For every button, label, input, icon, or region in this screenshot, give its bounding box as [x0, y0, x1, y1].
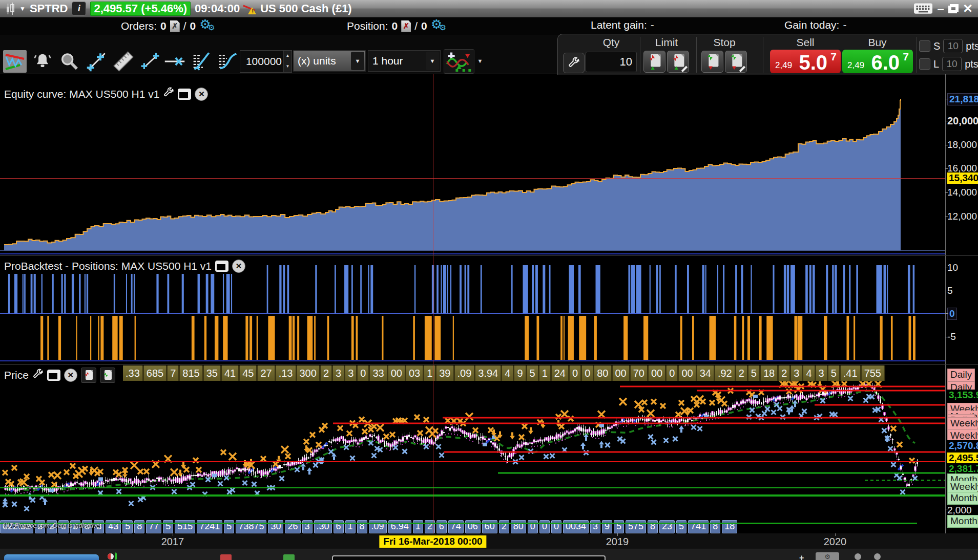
- equity-window-icon[interactable]: [178, 89, 191, 100]
- latent-gain-group: Latent gain: -: [591, 19, 654, 31]
- buy-stop-modify-button[interactable]: [725, 51, 747, 73]
- price-value-fragment: 43: [106, 520, 121, 533]
- units-select[interactable]: (x) units ▼: [293, 50, 366, 72]
- add-indicator-button[interactable]: [444, 49, 474, 74]
- price-value-fragment: 35: [204, 365, 222, 381]
- indicator-caret-icon[interactable]: ▼: [474, 49, 486, 73]
- limit-checkbox[interactable]: [919, 58, 930, 70]
- restore-button[interactable]: [948, 4, 959, 13]
- price-value-fragment: 7: [168, 365, 180, 381]
- pattern-tool-button[interactable]: [3, 50, 27, 73]
- time-axis[interactable]: 201720192020Fri 16-Mar-2018 00:00: [0, 533, 978, 549]
- sell-price-big: 5.0: [799, 51, 827, 74]
- close-position-icon[interactable]: ✗: [401, 20, 411, 32]
- axis-separator[interactable]: [945, 74, 946, 533]
- price-value-fragment: 8: [710, 520, 720, 533]
- timeframe-select[interactable]: 1 hour ▼: [368, 50, 441, 72]
- minimize-button[interactable]: –: [938, 4, 944, 14]
- buy-button[interactable]: 2,49 6.0 7: [842, 50, 913, 73]
- timeframe-caret-icon[interactable]: ▼: [426, 52, 439, 70]
- taskbar-circle-icon-1[interactable]: [855, 553, 861, 560]
- warning-icon: !: [244, 3, 256, 14]
- taskbar-red-icon[interactable]: [220, 554, 232, 560]
- equity-close-icon[interactable]: ✕: [195, 88, 208, 101]
- price-value-fragment: 70: [631, 365, 649, 381]
- taskbar-circle-icon-2[interactable]: [874, 553, 881, 560]
- backtest-report-icon[interactable]: [189, 50, 212, 73]
- taskbar-candle-icon[interactable]: [108, 552, 119, 560]
- horizontal-line-tool-icon[interactable]: [163, 50, 186, 73]
- price-value-fragment: 00: [388, 365, 406, 381]
- alert-bell-icon[interactable]: [31, 50, 54, 73]
- backtest-optimize-icon[interactable]: [215, 50, 239, 73]
- titlebar: ▼ SPTRD i 2,495.57 (+5.46%) 09:04:00 ! U…: [0, 0, 978, 17]
- quick-sell-doc-icon[interactable]: [81, 368, 96, 383]
- orders-settings-gears-icon[interactable]: ⚙⚙: [199, 19, 217, 33]
- bottom-taskbar: + ⚙: [0, 549, 978, 560]
- price-close-icon[interactable]: ✕: [64, 369, 77, 382]
- price-value-fragment: 3: [302, 520, 313, 533]
- price-value-fragment: 1: [345, 520, 356, 533]
- trade-qty-input[interactable]: 10: [586, 52, 637, 72]
- limit-distance-input[interactable]: 10: [942, 57, 962, 71]
- stop-checkbox[interactable]: [919, 40, 930, 52]
- trade-settings-wrench-icon[interactable]: [563, 53, 585, 73]
- price-value-fragment: 0: [551, 520, 561, 533]
- sell-limit-order-button[interactable]: [643, 51, 665, 73]
- gain-today-value: -: [843, 19, 846, 31]
- price-badge: 2,495.57 (+5.46%): [90, 2, 191, 16]
- clock-time: 09:04:00: [195, 2, 240, 15]
- quantity-value[interactable]: 100000: [240, 55, 283, 68]
- zoom-magnifier-icon[interactable]: [57, 50, 81, 73]
- bottom-search-input[interactable]: [332, 555, 606, 560]
- price-value-fragment: 5: [527, 365, 539, 381]
- stepper-up-icon[interactable]: ▲: [284, 51, 292, 61]
- equity-axis-label: 20,000: [947, 115, 978, 126]
- positions-axis-label: 10: [947, 262, 958, 273]
- stop-distance-input[interactable]: 10: [943, 39, 963, 53]
- close-button[interactable]: ✕: [963, 4, 973, 14]
- trendline-tool-icon[interactable]: [85, 50, 109, 73]
- stepper-down-icon[interactable]: ▼: [284, 61, 292, 72]
- price-value-fragment: 03: [406, 365, 424, 381]
- segment-tool-icon[interactable]: [138, 50, 162, 73]
- keyboard-icon[interactable]: [913, 2, 933, 15]
- price-value-fragment: 18: [722, 520, 737, 533]
- year-label: 2020: [824, 536, 847, 548]
- price-chart-canvas[interactable]: [0, 381, 945, 520]
- quantity-input[interactable]: 100000 ▲ ▼: [240, 50, 292, 73]
- price-value-fragment: 18: [761, 365, 779, 381]
- price-value-fragment: 45: [240, 365, 258, 381]
- price-value-fragment: 3.94: [475, 365, 502, 381]
- buy-stop-order-button[interactable]: [701, 51, 723, 73]
- axis-tick: [945, 99, 948, 99]
- info-icon[interactable]: i: [72, 2, 86, 16]
- sell-price-prefix: 2,49: [775, 60, 792, 71]
- price-window-icon[interactable]: [47, 370, 60, 381]
- price-value-fragment: 74: [448, 520, 464, 533]
- positions-close-icon[interactable]: ✕: [232, 260, 245, 273]
- limit-distance-row: L 10 pts: [919, 57, 978, 71]
- taskbar-gear-icon[interactable]: ⚙: [816, 552, 839, 560]
- price-value-fragment: 5: [122, 520, 133, 533]
- taskbar-green-icon[interactable]: [283, 554, 295, 560]
- sell-price-sup: 7: [830, 51, 837, 63]
- taskbar-add-icon[interactable]: +: [799, 553, 804, 560]
- price-value-fragment: 26: [285, 520, 300, 533]
- quick-buy-doc-icon[interactable]: [100, 368, 115, 383]
- equity-settings-wrench-icon[interactable]: [163, 87, 174, 101]
- position-settings-gears-icon[interactable]: ⚙⚙: [431, 19, 448, 33]
- symbol-dropdown-caret-icon[interactable]: ▼: [19, 5, 26, 12]
- price-value-fragment: .30: [314, 520, 332, 533]
- ruler-tool-icon[interactable]: [112, 50, 135, 73]
- cancel-orders-icon[interactable]: ✗: [170, 20, 180, 32]
- buy-price-big: 6.0: [871, 51, 900, 74]
- sell-button[interactable]: 2,49 5.0 7: [770, 50, 841, 73]
- price-settings-wrench-icon[interactable]: [32, 369, 44, 382]
- price-level-label: Monthly: [947, 492, 978, 505]
- positions-window-icon[interactable]: [215, 261, 228, 272]
- taskbar-button[interactable]: [4, 554, 99, 560]
- sell-limit-modify-button[interactable]: [667, 51, 689, 73]
- quantity-stepper[interactable]: ▲ ▼: [283, 51, 292, 72]
- units-caret-icon[interactable]: ▼: [351, 52, 364, 70]
